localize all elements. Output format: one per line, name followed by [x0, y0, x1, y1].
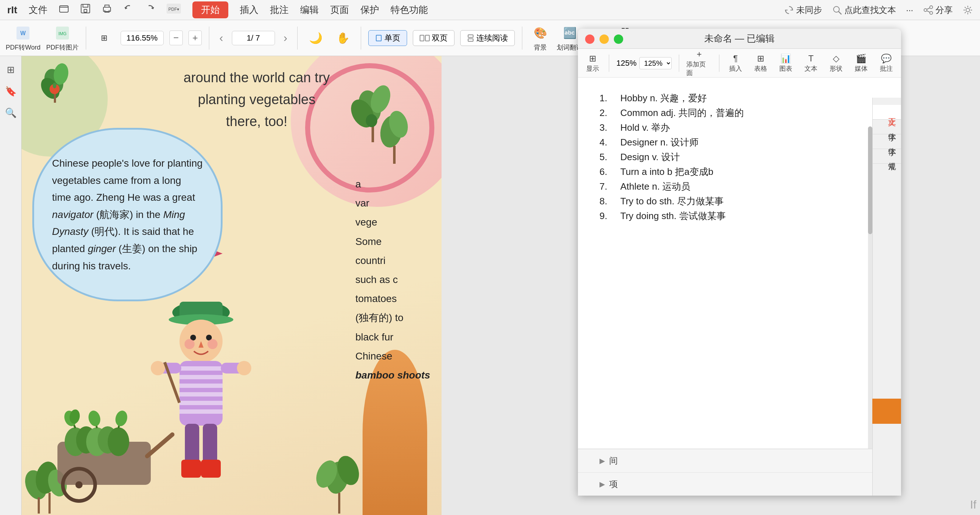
pt-table[interactable]: ⊞ 表格 [752, 54, 770, 73]
vocab-item-6: 6.Turn a into b 把a变成b [600, 166, 865, 178]
menu-sync[interactable]: 未同步 [784, 4, 822, 16]
pt-shape[interactable]: ◇ 形状 [827, 54, 845, 73]
section-jian[interactable]: ▶ 间 [578, 449, 872, 472]
panel-titlebar: 未命名 — 已编辑 [578, 29, 901, 49]
toolbar-hand-tool[interactable]: ✋ [332, 29, 353, 47]
panel-right-labels: 正文 字体 字体 常规 [872, 98, 901, 496]
svg-point-13 [966, 8, 970, 12]
menu-special[interactable]: 特色功能 [391, 3, 428, 16]
toolbar-single-page[interactable]: 单页 [368, 30, 407, 46]
menu-bar: rIt 文件 PDF▾ 开始 插入 批注 编辑 页面 保护 特色功能 未同步 点… [0, 0, 980, 20]
svg-point-77 [75, 481, 83, 488]
next-page-btn[interactable]: › [281, 29, 290, 48]
collapsed-sections: ▶ 间 ▶ 项 [578, 448, 872, 496]
section-xiang[interactable]: ▶ 项 [578, 472, 872, 496]
svg-text:W: W [21, 30, 26, 36]
toolbar-double-page[interactable]: 双页 [413, 30, 455, 46]
right-panel: 未命名 — 已编辑 ⊞ 显示 125% 125% 100% 150% + 添加页… [578, 29, 901, 496]
pt-sep-3 [719, 54, 719, 72]
right-text-partial: a var vege Some countri such as c tomato… [355, 175, 431, 385]
panel-scrollbar-thumb[interactable] [868, 126, 872, 234]
menu-share[interactable]: 分享 [923, 4, 953, 16]
svg-point-75 [114, 410, 129, 428]
menu-protect[interactable]: 保护 [360, 3, 379, 16]
sidebar-thumbnail[interactable]: ⊞ [3, 62, 19, 78]
pt-chart[interactable]: 📊 图表 [777, 54, 795, 73]
svg-rect-50 [180, 384, 223, 388]
orange-accent-block [872, 399, 901, 424]
speech-bubble: Chinese people's love for planting veget… [32, 128, 223, 301]
vocab-item-8: 8.Try to do sth. 尽力做某事 [600, 195, 865, 207]
menu-settings[interactable] [963, 5, 973, 15]
toolbar-night-mode[interactable]: 🌙 [305, 29, 326, 47]
pt-add-page[interactable]: + 添加页面 [686, 49, 712, 77]
vocab-item-3: 3.Hold v. 举办 [600, 121, 865, 134]
left-sidebar: ⊞ 🔖 🔍 [0, 56, 22, 515]
page-content: around the world can try planting vegeta… [22, 56, 442, 515]
close-btn[interactable] [585, 35, 595, 44]
sidebar-search[interactable]: 🔍 [3, 105, 19, 121]
pt-display[interactable]: ⊞ 显示 [584, 54, 601, 73]
menu-open[interactable] [59, 3, 69, 16]
menu-start[interactable]: 开始 [192, 2, 228, 18]
vocab-item-4: 4.Designer n. 设计师 [600, 136, 865, 149]
svg-point-6 [834, 6, 839, 12]
right-label-ziti1[interactable]: 字体 [873, 120, 901, 134]
zoom-in-btn[interactable]: + [188, 30, 202, 45]
vocab-item-5: 5.Design v. 设计 [600, 151, 865, 163]
pt-insert[interactable]: ¶ 插入 [727, 54, 745, 73]
menu-page[interactable]: 页面 [330, 3, 349, 16]
panel-toolbar: ⊞ 显示 125% 125% 100% 150% + 添加页面 ¶ 插入 ⊞ 表… [578, 49, 901, 78]
menu-print[interactable] [102, 3, 112, 16]
minimize-btn[interactable] [600, 35, 609, 44]
vocab-item-1: 1.Hobby n. 兴趣，爱好 [600, 92, 865, 105]
svg-point-68 [108, 427, 129, 456]
right-label-ziti2[interactable]: 字体 [873, 134, 901, 149]
sidebar-bookmark[interactable]: 🔖 [3, 83, 19, 99]
svg-rect-53 [180, 410, 223, 414]
svg-rect-36 [393, 146, 396, 164]
menu-search[interactable]: 点此查找文本 [832, 4, 896, 16]
top-text-line3: there, too! [131, 111, 382, 132]
toolbar-background[interactable]: 🎨 背景 [530, 24, 551, 52]
pdf-area: around the world can try planting vegeta… [22, 56, 442, 515]
toolbar-pdf-img[interactable]: IMG PDF转图片 [46, 24, 79, 52]
toolbar-sep-3 [297, 27, 298, 49]
pt-text[interactable]: T 文本 [802, 54, 820, 73]
svg-text:PDF▾: PDF▾ [169, 7, 179, 12]
menu-comment[interactable]: 批注 [270, 3, 289, 16]
window-controls [585, 35, 623, 44]
menu-right-area: 未同步 点此查找文本 ··· 分享 [784, 4, 973, 16]
prev-page-btn[interactable]: ‹ [216, 29, 226, 48]
zoom-input[interactable]: 116.55% [121, 31, 164, 45]
menu-save[interactable] [80, 3, 91, 16]
toolbar-sidebar-toggle[interactable]: ⊞ [93, 29, 115, 47]
right-label-changgui[interactable]: 常规 [873, 149, 901, 164]
svg-rect-22 [468, 39, 473, 41]
svg-rect-87 [338, 493, 340, 513]
toolbar-pdf-word[interactable]: W PDF转Word [6, 24, 41, 52]
right-label-zhengwen[interactable]: 正文 [873, 105, 901, 120]
toolbar-sep-4 [361, 27, 361, 49]
page-input[interactable]: 1/ 7 [232, 31, 275, 45]
menu-undo[interactable] [124, 3, 134, 16]
menu-insert[interactable]: 插入 [240, 3, 258, 16]
maximize-btn[interactable] [614, 35, 623, 44]
menu-more[interactable]: ··· [906, 5, 913, 15]
toolbar-sep-2 [209, 27, 209, 49]
pt-media[interactable]: 🎬 媒体 [852, 54, 870, 73]
svg-rect-61 [181, 460, 201, 478]
zoom-out-btn[interactable]: − [169, 30, 183, 45]
menu-pdf-tools-btn[interactable]: PDF▾ [167, 3, 181, 16]
pt-comment[interactable]: 💬 批注 [877, 54, 895, 73]
panel-scrollbar[interactable] [868, 126, 872, 460]
menu-file[interactable]: 文件 [29, 3, 48, 16]
menu-redo[interactable] [145, 3, 155, 16]
zoom-select[interactable]: 125% 100% 150% [640, 57, 671, 69]
svg-point-10 [930, 11, 932, 14]
toolbar-continuous[interactable]: 连续阅读 [460, 30, 515, 46]
svg-rect-20 [425, 35, 430, 41]
top-text-block: around the world can try planting vegeta… [131, 67, 382, 132]
menu-edit[interactable]: 编辑 [300, 3, 319, 16]
vocab-list: 1.Hobby n. 兴趣，爱好2.Common adj. 共同的，普遍的3.H… [600, 92, 865, 222]
